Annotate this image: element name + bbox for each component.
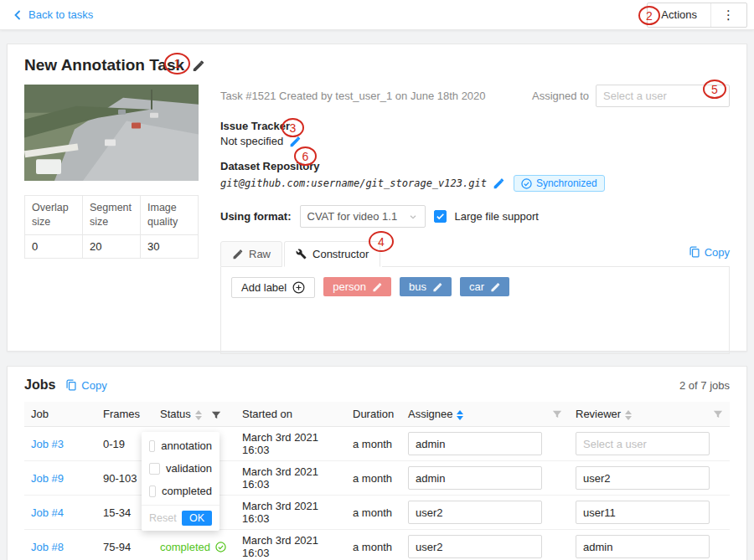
started-cell: March 3rd 2021 16:03 [235,496,346,530]
table-row: Job #3 0-19 March 3rd 2021 16:03 a month [24,427,730,461]
jobs-count: 2 of 7 jobs [679,379,730,392]
reviewer-input[interactable] [576,535,710,558]
reviewer-input[interactable] [576,432,710,455]
sort-assignee[interactable] [457,410,463,420]
reviewer-input[interactable] [576,466,710,490]
status-filter-dropdown: annotation validation completed Reset OK [142,432,219,531]
status-filter-icon[interactable] [211,410,221,420]
filter-ok-button[interactable]: OK [182,511,212,526]
duration-cell: a month [346,427,401,461]
filter-option-completed[interactable]: completed [142,480,219,502]
format-select-value: CVAT for video 1.1 [307,210,398,223]
callout-6: 6 [294,146,317,166]
assigned-to-label: Assigned to [532,90,589,102]
assignee-input[interactable] [408,501,542,524]
labels-tabs: Raw Constructor Copy [220,241,730,267]
labels-constructor-panel: Add label person bus car [220,267,730,354]
jobs-title: Jobs [24,378,55,393]
completed-checkbox[interactable] [149,486,156,497]
task-meta: Task #1521 Created by test_user_1 on Jun… [220,90,486,102]
large-file-support-checkbox[interactable] [434,210,447,223]
actions-button[interactable]: Actions ⋮ [647,3,747,28]
label-tag-bus[interactable]: bus [400,277,452,296]
filter-option-annotation[interactable]: annotation [142,434,219,457]
copy-jobs-button[interactable]: Copy [65,379,106,392]
tab-constructor[interactable]: Constructor [284,241,380,267]
reviewer-filter-icon[interactable] [713,409,723,419]
edit-label-icon[interactable] [432,282,442,292]
sync-status-label: Synchronized [536,177,597,189]
table-row: Job #8 75-94 completed March 3rd 2021 16… [24,530,730,560]
sort-status[interactable] [195,410,202,420]
copy-labels-button[interactable]: Copy [689,246,730,259]
filter-reset-button[interactable]: Reset [149,512,177,524]
job-link[interactable]: Job #9 [31,472,64,485]
task-parameters-table: Overlap size Segment size Image quality … [24,195,199,259]
label-tag-person[interactable]: person [323,277,391,296]
edit-repository-icon[interactable] [493,177,504,189]
pencil-icon [232,249,243,259]
filter-option-validation[interactable]: validation [142,457,219,480]
param-header-quality: Image quality [141,196,199,235]
edit-label-icon[interactable] [490,282,500,292]
table-row: Job #9 90-103 March 3rd 2021 16:03 a mon… [24,461,730,496]
copy-jobs-label: Copy [81,379,106,392]
task-details-card: New Annotation Task [7,44,747,352]
col-assignee[interactable]: Assignee [401,402,569,427]
param-header-segment: Segment size [83,196,141,235]
assignee-input[interactable] [408,466,542,490]
label-tag-person-name: person [333,280,366,293]
annotation-checkbox[interactable] [149,440,155,452]
started-cell: March 3rd 2021 16:03 [235,427,346,461]
reviewer-input[interactable] [576,501,710,524]
callout-1: 1 [164,53,190,74]
chevron-down-icon [408,212,418,222]
callout-3: 3 [281,118,304,137]
more-vertical-icon[interactable]: ⋮ [710,3,746,27]
started-cell: March 3rd 2021 16:03 [235,530,346,560]
assignee-input[interactable] [408,535,542,558]
tab-raw-label: Raw [249,248,271,260]
assignee-input[interactable] [408,432,542,455]
col-reviewer[interactable]: Reviewer [569,402,730,427]
edit-task-name-icon[interactable] [192,59,204,72]
tab-raw[interactable]: Raw [220,241,282,267]
format-select[interactable]: CVAT for video 1.1 [300,205,426,228]
sync-status-badge: Synchronized [514,175,605,192]
job-link[interactable]: Job #4 [31,506,64,519]
job-link[interactable]: Job #3 [31,438,64,450]
duration-cell: a month [346,496,401,530]
label-tag-car-name: car [469,280,484,293]
col-duration: Duration [346,402,401,427]
job-link[interactable]: Job #8 [31,541,64,553]
plus-circle-icon [292,281,305,294]
assignee-filter-icon[interactable] [552,409,562,419]
build-icon [296,249,307,259]
param-value-overlap: 0 [25,234,83,258]
col-status[interactable]: Status [153,402,235,427]
validation-checkbox[interactable] [149,463,160,475]
duration-cell: a month [346,461,401,496]
using-format-label: Using format: [220,210,292,223]
copy-icon [689,246,700,258]
status-cell: completed [153,530,235,560]
callout-5: 5 [703,80,726,99]
started-cell: March 3rd 2021 16:03 [235,461,346,496]
sort-reviewer[interactable] [625,410,632,420]
callout-4: 4 [369,231,394,252]
add-label-button[interactable]: Add label [231,277,315,298]
duration-cell: a month [346,530,401,560]
edit-label-icon[interactable] [372,282,382,292]
label-tag-bus-name: bus [409,280,426,293]
filter-option-label: validation [166,462,212,475]
frames-cell: 75-94 [96,530,153,560]
col-frames: Frames [96,402,153,427]
check-circle-icon [521,178,532,189]
tab-constructor-label: Constructor [312,248,369,260]
issue-tracker-value: Not specified [220,135,283,147]
filter-option-label: annotation [161,439,212,452]
back-to-tasks-label: Back to tasks [28,8,93,21]
task-title: New Annotation Task [24,56,184,74]
label-tag-car[interactable]: car [460,277,509,296]
back-to-tasks-link[interactable]: Back to tasks [12,8,93,21]
